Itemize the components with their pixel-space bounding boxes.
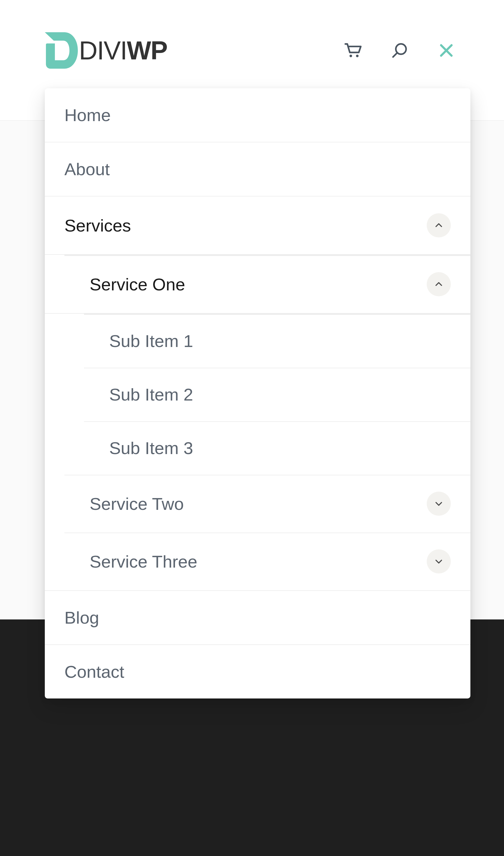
header-icons <box>343 40 456 61</box>
page-container: DIVIWP <box>0 0 504 856</box>
submenu-services: Service One Sub Item 1 Sub Item 2 Sub It… <box>45 254 470 590</box>
menu-item-about[interactable]: About <box>45 142 470 196</box>
chevron-up-icon <box>434 279 444 289</box>
logo-text: DIVIWP <box>79 36 167 65</box>
menu-item-contact[interactable]: Contact <box>45 645 470 699</box>
menu-item-sub-2[interactable]: Sub Item 2 <box>84 368 470 421</box>
svg-point-0 <box>349 55 352 57</box>
menu-label-service-one: Service One <box>90 274 427 294</box>
chevron-down-icon <box>434 557 444 566</box>
menu-item-sub-3[interactable]: Sub Item 3 <box>84 421 470 475</box>
menu-label-home: Home <box>65 105 451 125</box>
svg-point-1 <box>356 55 358 57</box>
svg-line-3 <box>393 53 397 57</box>
collapse-toggle-service-one[interactable] <box>427 272 451 296</box>
mobile-menu-panel: Home About Services Service One <box>45 88 470 699</box>
expand-toggle-service-two[interactable] <box>427 492 451 516</box>
menu-item-services[interactable]: Services <box>45 196 470 254</box>
menu-item-home[interactable]: Home <box>45 88 470 142</box>
menu-label-contact: Contact <box>65 662 451 682</box>
logo-text-left: DIVI <box>79 36 127 65</box>
menu-label-service-two: Service Two <box>90 494 427 514</box>
close-menu-icon[interactable] <box>436 40 456 61</box>
menu-label-service-three: Service Three <box>90 552 427 571</box>
menu-label-sub-3: Sub Item 3 <box>109 438 451 458</box>
submenu-service-one: Sub Item 1 Sub Item 2 Sub Item 3 <box>45 313 470 475</box>
site-header: DIVIWP <box>0 32 504 69</box>
chevron-down-icon <box>434 499 444 509</box>
logo-text-right: WP <box>127 36 167 65</box>
menu-item-service-three[interactable]: Service Three <box>65 533 470 590</box>
expand-toggle-service-three[interactable] <box>427 549 451 573</box>
menu-label-blog: Blog <box>65 607 451 628</box>
search-icon[interactable] <box>390 40 410 61</box>
menu-item-sub-1[interactable]: Sub Item 1 <box>84 314 470 368</box>
menu-label-sub-2: Sub Item 2 <box>109 384 451 405</box>
menu-label-services: Services <box>65 216 427 236</box>
menu-label-about: About <box>65 159 451 179</box>
menu-item-service-one[interactable]: Service One <box>65 255 470 313</box>
logo-mark-icon <box>45 32 78 69</box>
chevron-up-icon <box>434 221 444 230</box>
menu-item-service-two[interactable]: Service Two <box>65 475 470 533</box>
menu-item-blog[interactable]: Blog <box>45 590 470 645</box>
site-logo[interactable]: DIVIWP <box>45 32 167 69</box>
collapse-toggle-services[interactable] <box>427 213 451 237</box>
menu-label-sub-1: Sub Item 1 <box>109 331 451 351</box>
cart-icon[interactable] <box>343 40 363 61</box>
